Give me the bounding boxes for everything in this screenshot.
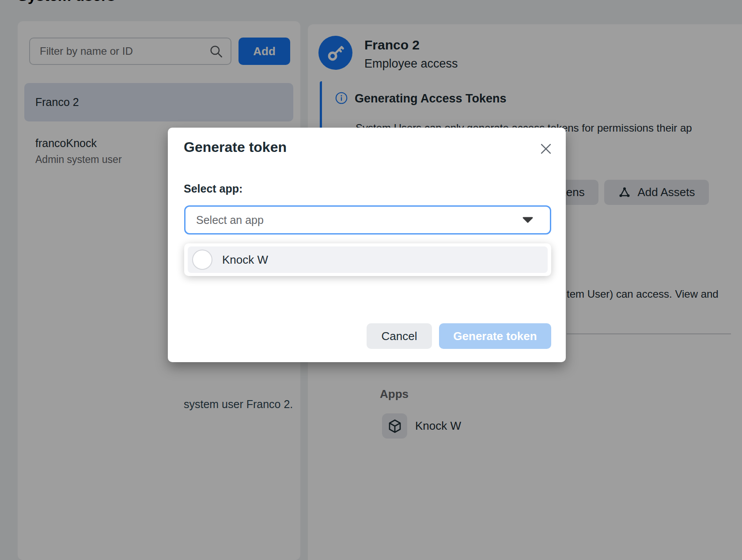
dropdown-option-knock-w[interactable]: Knock W	[188, 246, 548, 273]
app-avatar-placeholder	[192, 250, 212, 270]
select-placeholder: Select an app	[186, 214, 522, 227]
modal-title: Generate token	[184, 139, 287, 155]
generate-token-button[interactable]: Generate token	[439, 323, 551, 349]
token-description-clipped: system user Franco 2.	[184, 398, 293, 411]
close-icon[interactable]	[534, 136, 558, 161]
cancel-button[interactable]: Cancel	[367, 323, 432, 349]
generate-token-modal: Generate token Select app: Select an app…	[168, 128, 566, 362]
dropdown-option-label: Knock W	[222, 253, 268, 267]
chevron-down-icon	[522, 216, 534, 223]
app-dropdown-panel: Knock W	[184, 243, 551, 276]
select-app-label: Select app:	[184, 182, 242, 195]
app-window: System users Add Franco 2 francoKnock Ad…	[0, 0, 742, 560]
app-select-dropdown[interactable]: Select an app	[184, 205, 551, 235]
